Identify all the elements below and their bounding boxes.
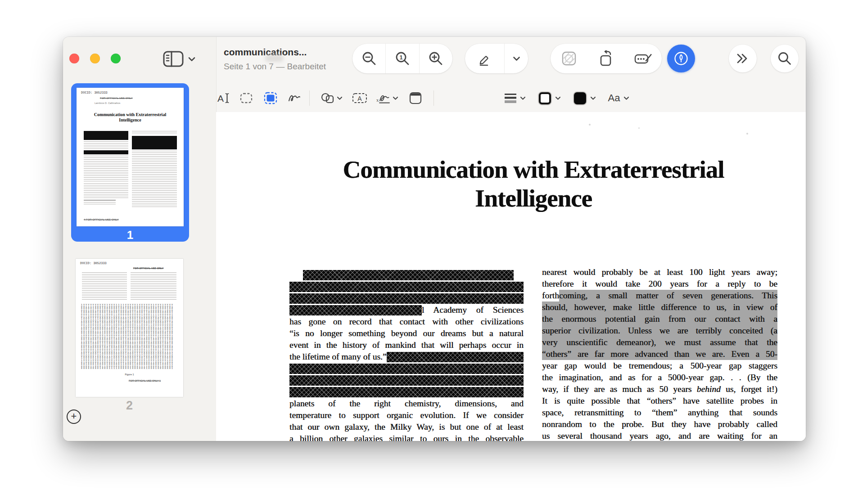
plus-icon: + bbox=[71, 412, 77, 421]
rect-selection-tool[interactable] bbox=[239, 84, 253, 112]
doc-line: planets of the right chemistry, dimensio… bbox=[289, 398, 524, 410]
line-weight-icon bbox=[504, 93, 517, 104]
doc-line: superior civilization. Unless we are ter… bbox=[542, 325, 777, 337]
zoom-actual-size-button[interactable]: 1 bbox=[386, 44, 419, 73]
zoom-out-button[interactable] bbox=[352, 44, 385, 73]
doc-column-left: l Academy of Scienceshas gone on record … bbox=[289, 269, 524, 441]
scan-artifact bbox=[746, 133, 748, 135]
thumb-redaction-block bbox=[84, 150, 128, 154]
redaction-tool[interactable] bbox=[263, 84, 278, 112]
doc-line: “others” are far more advanced than we a… bbox=[542, 348, 777, 360]
shapes-icon bbox=[321, 91, 336, 105]
doc-line: that our own galaxy, the Milky Way, is b… bbox=[289, 421, 524, 433]
doc-line: nonrandom to the probe. But they have pr… bbox=[542, 418, 777, 430]
redaction-bar bbox=[289, 375, 524, 386]
search-button[interactable] bbox=[771, 45, 799, 72]
thumb2-binary-matrix: 1000000000010001111000001000000100010000… bbox=[81, 304, 178, 371]
close-button[interactable] bbox=[69, 54, 79, 63]
marker-controls bbox=[465, 44, 528, 73]
page-thumbnail-1-page: DOCID: 3052333 FOR OFFICIAL USE ONLY Lam… bbox=[77, 88, 184, 226]
highlighted-text: the enormous potential gain from our con… bbox=[542, 313, 777, 325]
scan-artifact bbox=[589, 124, 591, 126]
text-style-label: Aa bbox=[608, 92, 620, 104]
chevron-down-icon bbox=[188, 57, 195, 62]
doc-line bbox=[289, 269, 524, 281]
fill-color-swatch bbox=[574, 92, 586, 104]
doc-line: therefore it would take 200 years for a … bbox=[542, 278, 777, 290]
border-color-dropdown[interactable] bbox=[554, 84, 562, 112]
thumb-redaction-block bbox=[84, 131, 128, 140]
svg-text:1: 1 bbox=[399, 54, 402, 61]
marker-button[interactable] bbox=[465, 44, 504, 73]
shapes-dropdown[interactable] bbox=[335, 84, 343, 112]
doc-line bbox=[289, 386, 524, 398]
thumb1-footer: 4 FOR OFFICIAL USE ONLY bbox=[84, 218, 119, 221]
sketch-tool[interactable] bbox=[287, 84, 302, 112]
redaction-bar bbox=[289, 364, 524, 374]
fill-color-control[interactable] bbox=[574, 84, 586, 112]
zoom-button[interactable] bbox=[111, 54, 121, 63]
border-color-control[interactable] bbox=[538, 84, 551, 112]
sidebar-toggle-button[interactable] bbox=[163, 49, 204, 69]
thumb-text-lines bbox=[84, 183, 128, 198]
sidebar: DOCID: 3052333 FOR OFFICIAL USE ONLY Lam… bbox=[63, 37, 217, 441]
thumb-text-lines bbox=[84, 200, 116, 206]
highlighted-text: “others” are far more advanced than we a… bbox=[542, 348, 777, 360]
redaction-bar bbox=[289, 293, 524, 304]
shapes-tool[interactable] bbox=[321, 84, 336, 112]
rect-selection-icon bbox=[239, 91, 253, 105]
background-removal-button[interactable] bbox=[551, 44, 587, 73]
document-tools bbox=[551, 44, 662, 73]
thumb2-docid: DOCID: 3052333 bbox=[80, 261, 107, 265]
thumb1-title: Communication with ExtraterrestrialIntel… bbox=[77, 112, 184, 123]
rotate-left-button[interactable] bbox=[587, 44, 624, 73]
doc-line: nearest would probably be at least 100 l… bbox=[542, 266, 777, 278]
document-page: Communication with Extraterrestrial Inte… bbox=[216, 112, 806, 441]
signature-dropdown[interactable] bbox=[391, 84, 399, 112]
note-tool[interactable] bbox=[409, 84, 422, 112]
page-number-1: 1 bbox=[71, 228, 189, 242]
fill-and-sign-button[interactable] bbox=[625, 44, 662, 73]
doc-line bbox=[289, 281, 524, 292]
thumb-redaction-block bbox=[132, 136, 177, 149]
minimize-button[interactable] bbox=[90, 54, 100, 63]
text-selection-tool[interactable]: A bbox=[216, 84, 230, 112]
overflow-button[interactable] bbox=[729, 45, 757, 72]
text-style-dropdown[interactable] bbox=[622, 84, 630, 112]
page-thumbnail-1[interactable]: DOCID: 3052333 FOR OFFICIAL USE ONLY Lam… bbox=[71, 83, 189, 242]
zoom-actual-size-icon: 1 bbox=[395, 51, 410, 66]
text-style-control[interactable]: Aa bbox=[607, 84, 621, 112]
page-number-2: 2 bbox=[76, 399, 183, 413]
preview-window: DOCID: 3052333 FOR OFFICIAL USE ONLY Lam… bbox=[63, 37, 806, 441]
doc-line: It is quite possible that “others” have … bbox=[542, 395, 777, 407]
text-selection-icon: A bbox=[216, 91, 230, 105]
fill-color-dropdown[interactable] bbox=[589, 84, 597, 112]
background-removal-icon bbox=[561, 51, 577, 66]
doc-line: us several thousand years ago, and are w… bbox=[542, 430, 777, 441]
proxy-smudge bbox=[265, 55, 283, 62]
doc-line: year gap would be tremendous; a 500-year… bbox=[542, 360, 777, 372]
thumb2-footer: FOR OFFICIAL USE ONLY 1 bbox=[129, 379, 161, 382]
thumb-text-lines bbox=[84, 141, 128, 149]
signature-tool[interactable]: x bbox=[376, 84, 393, 112]
zoom-in-button[interactable] bbox=[420, 44, 452, 73]
redaction-icon bbox=[263, 91, 278, 105]
doc-line: event in the history of mankind that wil… bbox=[289, 339, 524, 351]
thumb2-figure-caption: Figure 1 bbox=[76, 373, 183, 376]
doc-line: a billion other galaxies similar to ours… bbox=[289, 433, 524, 441]
markup-toolbar-toggle-button[interactable] bbox=[667, 45, 695, 72]
line-weight-dropdown[interactable] bbox=[519, 84, 527, 112]
doc-line: l Academy of Sciences bbox=[289, 304, 524, 316]
fill-and-sign-icon bbox=[634, 52, 652, 65]
marker-dropdown-button[interactable] bbox=[505, 44, 528, 73]
text-box-icon: A bbox=[352, 92, 367, 104]
zoom-in-icon bbox=[428, 51, 443, 66]
doc-line: space, retransmitting to “them” anything… bbox=[542, 407, 777, 418]
line-weight-control[interactable] bbox=[504, 84, 517, 112]
text-box-tool[interactable]: A bbox=[352, 84, 367, 112]
svg-text:x: x bbox=[376, 97, 379, 103]
doc-line: has gone on record that contact with oth… bbox=[289, 316, 524, 328]
doc-line bbox=[289, 292, 524, 304]
svg-text:A: A bbox=[217, 93, 224, 104]
add-page-button[interactable]: + bbox=[67, 410, 81, 424]
